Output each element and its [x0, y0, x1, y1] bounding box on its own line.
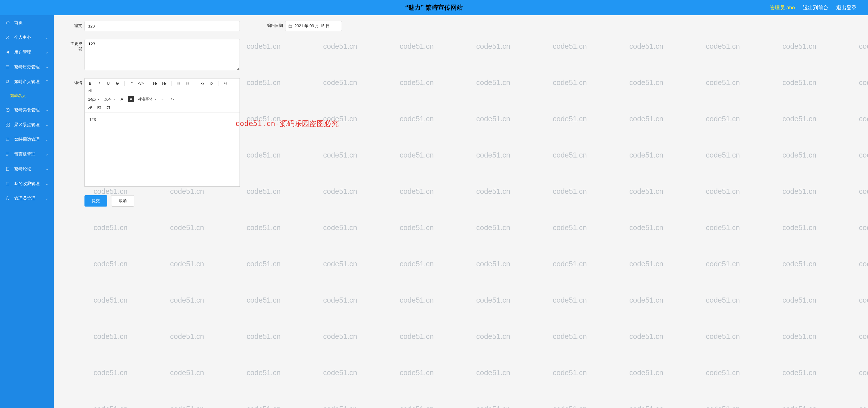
- editor-content-area[interactable]: 123: [85, 113, 240, 186]
- svg-rect-4: [6, 123, 7, 124]
- chevron-down-icon: ⌄: [45, 122, 49, 127]
- plane-icon: [5, 50, 10, 55]
- grid-icon: [5, 122, 10, 127]
- chengjiu-label: 主要成就: [67, 39, 85, 52]
- doc-icon: [5, 166, 10, 171]
- sidebar-item-label: 繁峙名人管理: [14, 79, 40, 85]
- sidebar-item-home[interactable]: 首页: [0, 15, 54, 30]
- separator: [148, 81, 148, 86]
- sidebar-item-label: 繁峙历史管理: [14, 64, 40, 70]
- svg-point-0: [7, 36, 8, 37]
- separator: [124, 81, 125, 86]
- superscript-button[interactable]: x²: [208, 80, 215, 86]
- bars-icon: [5, 152, 10, 157]
- sidebar-item-label: 我的收藏管理: [14, 181, 40, 186]
- rich-editor: B I U S ❝ </> H₁ H₂: [85, 78, 240, 187]
- jiguan-label: 籍贯: [67, 21, 85, 28]
- svg-rect-2: [6, 80, 8, 83]
- sidebar-item-scenic[interactable]: 景区景点管理 ⌄: [0, 117, 54, 132]
- sidebar-item-history[interactable]: 繁峙历史管理 ⌄: [0, 60, 54, 74]
- chevron-down-icon: ⌄: [45, 35, 49, 40]
- bold-button[interactable]: B: [87, 80, 93, 86]
- subscript-button[interactable]: x₂: [199, 80, 206, 86]
- sidebar-item-guestbook[interactable]: 留言板管理 ⌄: [0, 147, 54, 161]
- text-color-button[interactable]: A: [119, 96, 125, 102]
- chevron-down-icon: ⌄: [45, 196, 49, 201]
- underline-button[interactable]: U: [105, 80, 112, 86]
- sidebar-item-label: 景区景点管理: [14, 122, 40, 127]
- chevron-down-icon: ⌄: [45, 137, 49, 142]
- link-button[interactable]: [87, 104, 93, 111]
- chevron-down-icon: ⌄: [45, 166, 49, 171]
- chevron-down-icon: ⌄: [45, 181, 49, 186]
- chevron-down-icon: ▾: [154, 98, 156, 101]
- svg-rect-10: [6, 182, 9, 185]
- svg-rect-5: [8, 123, 9, 124]
- logout-link[interactable]: 退出登录: [836, 4, 857, 11]
- field-jiguan: 籍贯: [67, 21, 240, 31]
- bg-color-button[interactable]: A: [128, 96, 134, 102]
- field-detail: 详情 B I U S ❝ </> H₁ H₂: [67, 78, 240, 187]
- indent-button[interactable]: [87, 88, 93, 94]
- chevron-down-icon: ⌄: [45, 152, 49, 157]
- align-button[interactable]: [160, 96, 166, 102]
- sidebar-item-food[interactable]: 繁峙美食管理 ⌄: [0, 102, 54, 117]
- chengjiu-textarea[interactable]: [85, 39, 240, 70]
- font-size-select[interactable]: 14px ▾: [87, 97, 100, 101]
- sidebar: 首页 个人中心 ⌄ 用户管理 ⌄ 繁峙历史管理 ⌄: [0, 15, 54, 408]
- strike-button[interactable]: S: [114, 80, 121, 86]
- cancel-button[interactable]: 取消: [111, 195, 134, 207]
- svg-rect-6: [6, 125, 7, 126]
- font-family-select[interactable]: 标准字体 ▾: [137, 97, 157, 102]
- header: “魅力” 繁峙宣传网站 管理员 abo 退出到前台 退出登录: [0, 0, 868, 15]
- italic-button[interactable]: I: [96, 80, 102, 86]
- outdent-button[interactable]: [223, 80, 229, 86]
- image-button[interactable]: [96, 104, 102, 111]
- sidebar-item-label: 繁峙美食管理: [14, 107, 40, 113]
- jiguan-input[interactable]: [85, 21, 240, 31]
- quote-button[interactable]: ❝: [129, 80, 135, 86]
- sidebar-item-label: 繁峙周边管理: [14, 137, 40, 142]
- sidebar-subitem-famous[interactable]: 繁峙名人: [0, 89, 54, 102]
- link-to-front[interactable]: 退出到前台: [803, 4, 828, 11]
- h2-button[interactable]: H₂: [161, 80, 167, 86]
- date-input[interactable]: 2021 年 03 月 15 日: [285, 21, 342, 31]
- sidebar-item-label: 繁峙论坛: [14, 166, 31, 172]
- chevron-down-icon: ⌄: [45, 64, 49, 69]
- unordered-list-button[interactable]: [185, 80, 191, 86]
- sidebar-item-forum[interactable]: 繁峙论坛 ⌄: [0, 161, 54, 176]
- svg-rect-7: [8, 125, 9, 126]
- list-icon: [5, 64, 10, 69]
- separator: [172, 81, 172, 86]
- sidebar-item-surround[interactable]: 繁峙周边管理 ⌄: [0, 132, 54, 147]
- sidebar-item-personal[interactable]: 个人中心 ⌄: [0, 30, 54, 45]
- sidebar-item-label: 用户管理: [14, 50, 31, 55]
- admin-label: 管理员 abo: [770, 4, 795, 11]
- date-label: 编辑日期: [262, 21, 285, 28]
- clear-format-button[interactable]: T×: [169, 96, 175, 102]
- chevron-down-icon: ▾: [98, 98, 99, 101]
- chevron-down-icon: ▾: [114, 98, 115, 101]
- field-edit-date: 编辑日期 2021 年 03 月 15 日: [262, 21, 342, 31]
- sidebar-item-famous[interactable]: 繁峙名人管理 ⌃: [0, 74, 54, 89]
- field-chengjiu: 主要成就: [67, 39, 240, 70]
- date-value: 2021 年 03 月 15 日: [294, 24, 330, 29]
- home-icon: [5, 20, 10, 25]
- save-button[interactable]: [105, 104, 112, 111]
- submit-button[interactable]: 提交: [85, 195, 107, 207]
- code-button[interactable]: </>: [138, 80, 144, 86]
- sidebar-item-favorites[interactable]: 我的收藏管理 ⌄: [0, 176, 54, 191]
- copy-icon: [5, 79, 10, 84]
- sidebar-item-label: 管理员管理: [14, 196, 35, 201]
- sidebar-item-admins[interactable]: 管理员管理 ⌄: [0, 191, 54, 206]
- ordered-list-button[interactable]: [176, 80, 182, 86]
- chevron-up-icon: ⌃: [45, 79, 49, 84]
- sidebar-item-users[interactable]: 用户管理 ⌄: [0, 45, 54, 60]
- svg-rect-8: [6, 138, 9, 140]
- sidebar-item-label: 首页: [14, 20, 23, 26]
- h1-button[interactable]: H₁: [152, 80, 158, 86]
- main-content: 籍贯 编辑日期 2021 年 03 月 15 日 主要成就 详: [54, 15, 868, 408]
- svg-rect-1: [7, 81, 9, 83]
- text-style-select[interactable]: 文本 ▾: [103, 97, 116, 102]
- sidebar-subitem-label: 繁峙名人: [10, 93, 26, 98]
